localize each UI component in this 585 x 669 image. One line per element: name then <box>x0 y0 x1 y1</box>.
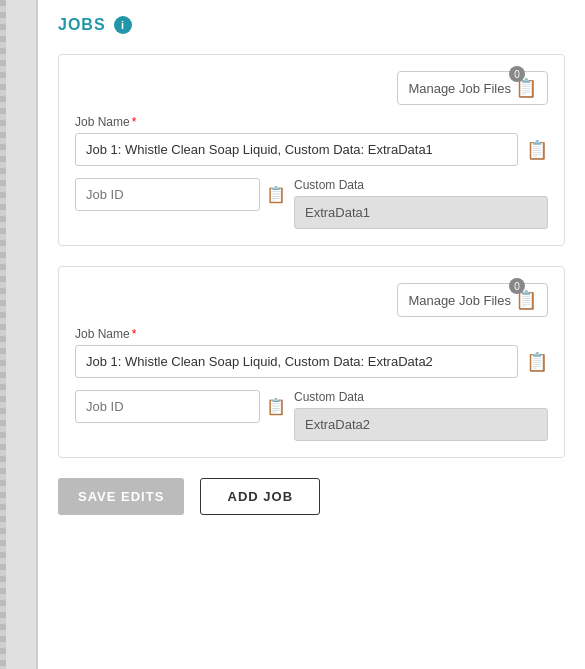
action-buttons: SAVE EDITS ADD JOB <box>58 478 565 515</box>
custom-data-section-2: Custom Data ExtraData2 <box>294 390 548 441</box>
job-card-1: Manage Job Files 0 📋 Job Name* 📋 📋 Custo… <box>58 54 565 246</box>
job-name-copy-icon-1[interactable]: 📋 <box>526 139 548 161</box>
job-name-copy-icon-2[interactable]: 📋 <box>526 351 548 373</box>
add-job-button[interactable]: ADD JOB <box>200 478 320 515</box>
required-star-2: * <box>132 327 137 341</box>
info-icon[interactable]: i <box>114 16 132 34</box>
manage-job-files-label-2: Manage Job Files <box>408 293 511 308</box>
page-header: JOBS i <box>58 16 565 34</box>
required-star-1: * <box>132 115 137 129</box>
job-id-section-2: 📋 <box>75 390 286 423</box>
manage-job-files-button-1[interactable]: Manage Job Files 0 📋 <box>397 71 548 105</box>
main-content: JOBS i Manage Job Files 0 📋 Job Name* 📋 … <box>38 0 585 669</box>
copy-small-icon-1[interactable]: 📋 <box>266 185 286 204</box>
manage-job-files-wrapper-1: Manage Job Files 0 📋 <box>75 71 548 105</box>
job-name-label-1: Job Name* <box>75 115 548 129</box>
manage-job-files-button-2[interactable]: Manage Job Files 0 📋 <box>397 283 548 317</box>
manage-job-files-wrapper-2: Manage Job Files 0 📋 <box>75 283 548 317</box>
job-name-row-2: 📋 <box>75 345 548 378</box>
copy-small-icon-2[interactable]: 📋 <box>266 397 286 416</box>
job-name-row-1: 📋 <box>75 133 548 166</box>
job-id-custom-row-2: 📋 Custom Data ExtraData2 <box>75 390 548 441</box>
save-edits-button[interactable]: SAVE EDITS <box>58 478 184 515</box>
custom-data-value-2: ExtraData2 <box>294 408 548 441</box>
job-id-input-2[interactable] <box>75 390 260 423</box>
left-decorative-edge <box>0 0 38 669</box>
job-name-input-2[interactable] <box>75 345 518 378</box>
custom-data-label-2: Custom Data <box>294 390 548 404</box>
manage-job-files-badge-2: 0 <box>509 278 525 294</box>
custom-data-section-1: Custom Data ExtraData1 <box>294 178 548 229</box>
job-card-2: Manage Job Files 0 📋 Job Name* 📋 📋 Custo… <box>58 266 565 458</box>
job-name-input-1[interactable] <box>75 133 518 166</box>
page-title: JOBS <box>58 16 106 34</box>
job-id-input-1[interactable] <box>75 178 260 211</box>
job-name-label-2: Job Name* <box>75 327 548 341</box>
custom-data-value-1: ExtraData1 <box>294 196 548 229</box>
job-id-custom-row-1: 📋 Custom Data ExtraData1 <box>75 178 548 229</box>
custom-data-label-1: Custom Data <box>294 178 548 192</box>
manage-job-files-badge-1: 0 <box>509 66 525 82</box>
manage-job-files-label-1: Manage Job Files <box>408 81 511 96</box>
job-id-section-1: 📋 <box>75 178 286 211</box>
